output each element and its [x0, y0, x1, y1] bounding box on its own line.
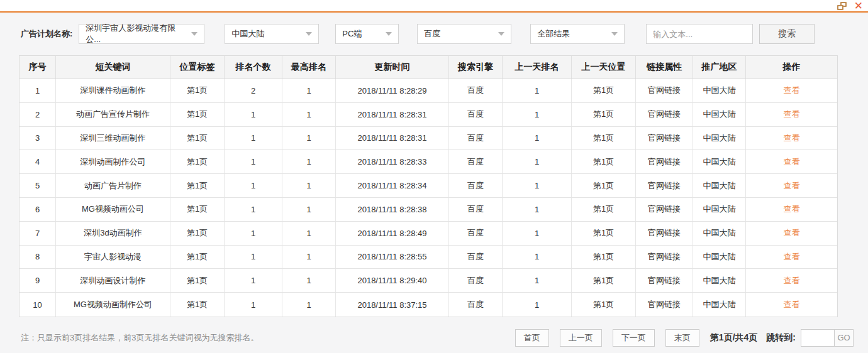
cell-prev-day-position: 第1页	[572, 79, 636, 102]
cell-keyword: 深圳动画制作公司	[56, 150, 170, 173]
cell-keyword: MG视频动画制作公司	[56, 293, 170, 317]
cell-promo-region: 中国大陆	[693, 103, 746, 126]
filter-bar: 广告计划名称: 深圳宇宙人影视动漫有限公... 中国大陆 PC端 百度 全部结果…	[21, 24, 868, 44]
column-header-position-tag: 位置标签	[170, 56, 225, 79]
cell-search-engine: 百度	[449, 79, 503, 102]
cell-prev-day-position: 第1页	[572, 246, 636, 269]
cell-prev-day-rank: 1	[503, 103, 572, 126]
table-row: 2动画广告宣传片制作第1页112018/11/11 8:28:31百度1第1页官…	[19, 103, 837, 127]
cell-link-attribute: 官网链接	[636, 174, 693, 197]
restore-window-button[interactable]	[837, 0, 847, 11]
cell-update-time: 2018/11/11 8:28:55	[336, 246, 449, 269]
cell-index: 1	[19, 79, 56, 102]
cell-search-engine: 百度	[449, 198, 503, 221]
cell-position-tag: 第1页	[170, 222, 225, 245]
result-filter-value: 全部结果	[537, 28, 570, 40]
cell-keyword: 宇宙人影视动漫	[56, 246, 170, 269]
cell-update-time: 2018/11/11 8:28:29	[336, 79, 449, 102]
last-page-button[interactable]: 末页	[665, 329, 699, 347]
view-link[interactable]: 查看	[784, 204, 800, 215]
view-link[interactable]: 查看	[784, 180, 800, 192]
cell-prev-day-rank: 1	[503, 150, 572, 173]
cell-search-engine: 百度	[449, 293, 503, 317]
cell-rank-count: 1	[225, 127, 282, 150]
cell-action: 查看	[746, 269, 837, 292]
table-row: 5动画广告片制作第1页112018/11/11 8:28:34百度1第1页官网链…	[19, 174, 837, 198]
jump-group: GO	[801, 329, 854, 347]
cell-promo-region: 中国大陆	[693, 269, 746, 292]
cell-prev-day-position: 第1页	[572, 293, 636, 317]
column-header-link-attribute: 链接属性	[636, 56, 693, 79]
close-window-button[interactable]: ✕	[854, 0, 863, 11]
cell-best-rank: 1	[282, 150, 336, 173]
cell-position-tag: 第1页	[170, 246, 225, 269]
cell-best-rank: 1	[282, 222, 336, 245]
region-select[interactable]: 中国大陆	[225, 24, 319, 44]
table-row: 1深圳课件动画制作第1页212018/11/11 8:28:29百度1第1页官网…	[19, 79, 837, 103]
cell-keyword: 深圳3d动画制作	[56, 222, 170, 245]
cell-index: 4	[19, 150, 56, 173]
column-header-prev-day-position: 上一天位置	[572, 56, 636, 79]
cell-best-rank: 1	[282, 293, 336, 317]
column-header-rank-count: 排名个数	[225, 56, 282, 79]
engine-select[interactable]: 百度	[417, 24, 511, 44]
cell-search-engine: 百度	[449, 174, 503, 197]
view-link[interactable]: 查看	[784, 275, 800, 286]
engine-select-value: 百度	[424, 28, 440, 40]
cell-keyword: 深圳课件动画制作	[56, 79, 170, 102]
cell-prev-day-rank: 1	[503, 269, 572, 292]
cell-position-tag: 第1页	[170, 103, 225, 126]
restore-icon	[837, 2, 847, 10]
cell-search-engine: 百度	[449, 150, 503, 173]
view-link[interactable]: 查看	[784, 133, 800, 144]
cell-position-tag: 第1页	[170, 174, 225, 197]
view-link[interactable]: 查看	[784, 299, 800, 310]
cell-action: 查看	[746, 103, 837, 126]
column-header-prev-day-rank: 上一天排名	[503, 56, 572, 79]
chevron-down-icon	[306, 32, 312, 36]
cell-action: 查看	[746, 198, 837, 221]
cell-search-engine: 百度	[449, 246, 503, 269]
cell-rank-count: 1	[225, 103, 282, 126]
chevron-down-icon	[191, 32, 198, 36]
cell-link-attribute: 官网链接	[636, 103, 693, 126]
cell-position-tag: 第1页	[170, 150, 225, 173]
search-button[interactable]: 搜索	[759, 24, 815, 44]
cell-prev-day-rank: 1	[503, 127, 572, 150]
device-select[interactable]: PC端	[335, 24, 399, 44]
view-link[interactable]: 查看	[784, 227, 800, 239]
cell-prev-day-rank: 1	[503, 293, 572, 317]
jump-page-input[interactable]	[801, 330, 834, 346]
view-link[interactable]: 查看	[784, 156, 800, 168]
cell-prev-day-rank: 1	[503, 198, 572, 221]
plan-select[interactable]: 深圳宇宙人影视动漫有限公...	[79, 24, 204, 44]
view-link[interactable]: 查看	[784, 85, 800, 96]
column-header-search-engine: 搜索引擎	[449, 56, 503, 79]
view-link[interactable]: 查看	[784, 109, 800, 120]
cell-rank-count: 1	[225, 222, 282, 245]
cell-prev-day-position: 第1页	[572, 103, 636, 126]
next-page-button[interactable]: 下一页	[613, 329, 655, 347]
column-header-best-rank: 最高排名	[282, 56, 336, 79]
cell-index: 7	[19, 222, 56, 245]
cell-update-time: 2018/11/11 8:28:31	[336, 103, 449, 126]
first-page-button[interactable]: 首页	[515, 329, 549, 347]
cell-index: 9	[19, 269, 56, 292]
cell-prev-day-rank: 1	[503, 79, 572, 102]
result-filter-select[interactable]: 全部结果	[530, 24, 625, 44]
cell-update-time: 2018/11/11 8:28:34	[336, 174, 449, 197]
table-row: 6MG视频动画公司第1页112018/11/11 8:28:38百度1第1页官网…	[19, 198, 837, 222]
cell-position-tag: 第1页	[170, 127, 225, 150]
keyword-search-input[interactable]	[646, 24, 753, 44]
cell-prev-day-position: 第1页	[572, 174, 636, 197]
table-body: 1深圳课件动画制作第1页212018/11/11 8:28:29百度1第1页官网…	[19, 79, 837, 317]
cell-rank-count: 1	[225, 246, 282, 269]
table-header-row: 序号短关键词位置标签排名个数最高排名更新时间搜索引擎上一天排名上一天位置链接属性…	[19, 56, 837, 79]
prev-page-button[interactable]: 上一页	[560, 329, 602, 347]
view-link[interactable]: 查看	[784, 251, 800, 263]
go-button[interactable]: GO	[834, 330, 853, 346]
column-header-index: 序号	[19, 56, 56, 79]
cell-action: 查看	[746, 127, 837, 150]
chevron-down-icon	[498, 32, 504, 36]
plan-name-label: 广告计划名称:	[21, 28, 72, 40]
